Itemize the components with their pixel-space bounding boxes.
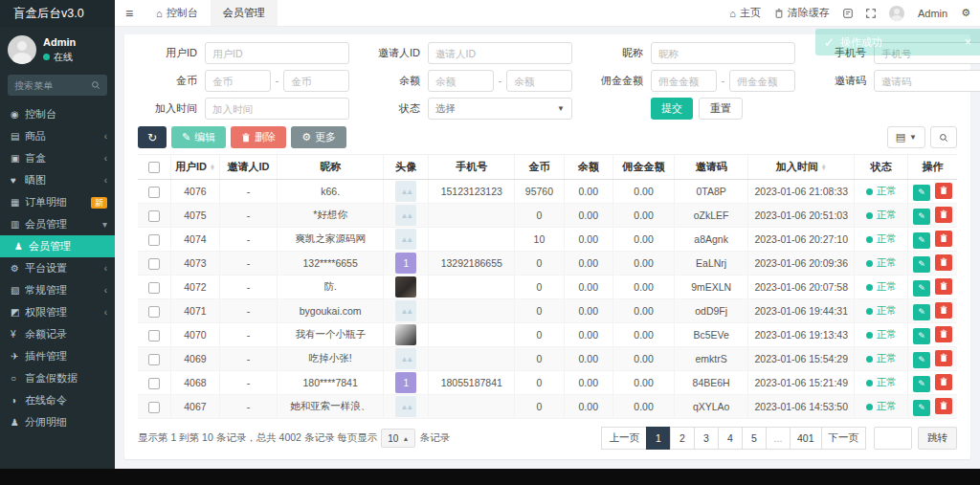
sidebar-item-9[interactable]: ◩ 权限管理 ‹ (0, 301, 115, 323)
table-row: 4072-防. 00.00 0.009mEXLN2023-01-06 20:07… (138, 276, 957, 299)
row-delete-button[interactable] (935, 398, 952, 414)
sidebar-item-3[interactable]: ♥ 晒图 ‹ (0, 169, 115, 191)
sidebar-item-1[interactable]: ▤ 商品 ‹ (0, 125, 115, 147)
column-header[interactable]: 加入时间▲▼ (748, 155, 855, 180)
page-button-5[interactable]: 5 (742, 427, 767, 450)
row-edit-button[interactable]: ✎ (913, 352, 930, 368)
row-checkbox[interactable] (148, 306, 160, 318)
row-edit-button[interactable]: ✎ (913, 400, 930, 416)
edit-button[interactable]: ✎编辑 (171, 126, 226, 148)
row-edit-button[interactable]: ✎ (913, 185, 930, 201)
sidebar-item-4[interactable]: ▦ 订单明细 新 (0, 191, 115, 213)
page-button-4[interactable]: 4 (718, 427, 743, 450)
sidebar-item-2[interactable]: ▣ 盲盒 ‹ (0, 147, 115, 169)
chevron-left-icon: ‹ (104, 285, 107, 296)
join-time-input[interactable] (205, 98, 349, 120)
search-icon[interactable] (91, 80, 100, 90)
nickname-input[interactable] (651, 42, 795, 64)
more-button[interactable]: ⚙更多 (291, 126, 346, 148)
row-delete-button[interactable] (935, 231, 952, 247)
row-checkbox[interactable] (148, 402, 160, 413)
next-page-button[interactable]: 下一页 (821, 427, 867, 450)
page-size-select[interactable]: 10▲ (381, 429, 415, 448)
row-checkbox[interactable] (148, 354, 160, 365)
sidebar-item-14[interactable]: ♟ 分佣明细 (0, 411, 115, 433)
row-delete-button[interactable] (935, 254, 952, 271)
page-button-3[interactable]: 3 (694, 427, 719, 450)
row-checkbox[interactable] (148, 210, 160, 222)
gear-icon[interactable]: ⚙ (961, 7, 970, 19)
row-delete-button[interactable] (935, 207, 952, 223)
row-edit-button[interactable]: ✎ (913, 376, 930, 392)
row-checkbox[interactable] (148, 378, 160, 389)
row-checkbox[interactable] (148, 187, 160, 198)
select-all-checkbox[interactable] (148, 162, 160, 173)
column-header[interactable]: 用户ID▲▼ (170, 155, 219, 180)
sidebar-item-0[interactable]: ◉ 控制台 (0, 103, 115, 125)
close-icon[interactable]: × (965, 35, 971, 49)
page-button-2[interactable]: 2 (670, 427, 695, 450)
row-edit-button[interactable]: ✎ (913, 328, 930, 344)
sidebar: 盲盒后台v3.0 Admin 在线 ◉ 控制台 ▤ 商品 ‹ ▣ 盲盒 ‹ ♥ … (0, 0, 115, 485)
user-avatar (395, 181, 416, 202)
row-edit-button[interactable]: ✎ (913, 232, 930, 249)
balance-min-input[interactable] (428, 70, 494, 92)
row-delete-button[interactable] (935, 374, 952, 390)
lock-screen-icon[interactable] (843, 9, 853, 18)
jump-page-input[interactable] (874, 427, 912, 450)
sidebar-item-11[interactable]: ✈ 插件管理 (0, 345, 115, 367)
row-delete-button[interactable] (935, 183, 952, 199)
sidebar-search (8, 75, 107, 96)
columns-button[interactable]: ▤▼ (887, 126, 925, 148)
avatar[interactable] (889, 6, 904, 21)
inviter-id-input[interactable] (428, 42, 572, 64)
row-checkbox[interactable] (148, 234, 160, 246)
user-avatar (395, 229, 416, 250)
row-checkbox[interactable] (148, 282, 160, 294)
invite-code-input[interactable] (874, 70, 980, 92)
tab-console[interactable]: ⌂ 控制台 (144, 0, 211, 26)
gold-min-input[interactable] (205, 70, 271, 92)
user-menu[interactable]: Admin (918, 8, 947, 19)
commission-max-input[interactable] (729, 70, 795, 92)
column-header: 佣金金额 (612, 155, 674, 180)
jump-button[interactable]: 跳转 (918, 427, 957, 450)
submit-button[interactable]: 提交 (651, 98, 693, 120)
sidebar-item-5[interactable]: ▥ 会员管理 ▾ (0, 213, 115, 235)
row-edit-button[interactable]: ✎ (913, 256, 930, 273)
clear-cache-link[interactable]: 清除缓存 (774, 6, 830, 20)
sidebar-item-10[interactable]: ¥ 余额记录 (0, 323, 115, 345)
sidebar-item-12[interactable]: ○ 盲盒假数据 (0, 367, 115, 389)
prev-page-button[interactable]: 上一页 (601, 427, 647, 450)
user-id-input[interactable] (205, 42, 349, 64)
tab-members[interactable]: 会员管理 (211, 0, 278, 26)
search-toggle-button[interactable] (930, 126, 957, 148)
status-select[interactable]: 选择 ▼ (428, 98, 572, 120)
delete-button[interactable]: 删除 (231, 126, 286, 148)
reset-button[interactable]: 重置 (699, 98, 743, 120)
row-checkbox[interactable] (148, 258, 160, 270)
sidebar-item-8[interactable]: ▧ 常规管理 ‹ (0, 279, 115, 301)
row-edit-button[interactable]: ✎ (913, 209, 930, 225)
row-delete-button[interactable] (935, 326, 952, 342)
gold-max-input[interactable] (283, 70, 349, 92)
row-checkbox[interactable] (148, 330, 160, 342)
column-header: 操作 (908, 155, 957, 180)
page-button-401[interactable]: 401 (790, 427, 822, 450)
fullscreen-icon[interactable] (866, 9, 876, 18)
row-delete-button[interactable] (935, 278, 952, 295)
sidebar-item-7[interactable]: ⚙ 平台设置 ‹ (0, 257, 115, 279)
row-edit-button[interactable]: ✎ (913, 304, 930, 320)
hamburger-icon[interactable]: ≡ (115, 0, 144, 26)
sidebar-search-input[interactable] (14, 80, 91, 91)
page-button-1[interactable]: 1 (646, 427, 671, 450)
row-edit-button[interactable]: ✎ (913, 280, 930, 297)
row-delete-button[interactable] (935, 302, 952, 319)
commission-min-input[interactable] (651, 70, 717, 92)
row-delete-button[interactable] (935, 350, 952, 366)
sidebar-item-13[interactable]: ◑ 在线命令 (0, 389, 115, 411)
home-link[interactable]: ⌂主页 (729, 6, 761, 20)
refresh-button[interactable]: ↻ (138, 126, 167, 148)
sidebar-item-6[interactable]: ♟ 会员管理 (0, 235, 115, 257)
balance-max-input[interactable] (506, 70, 572, 92)
